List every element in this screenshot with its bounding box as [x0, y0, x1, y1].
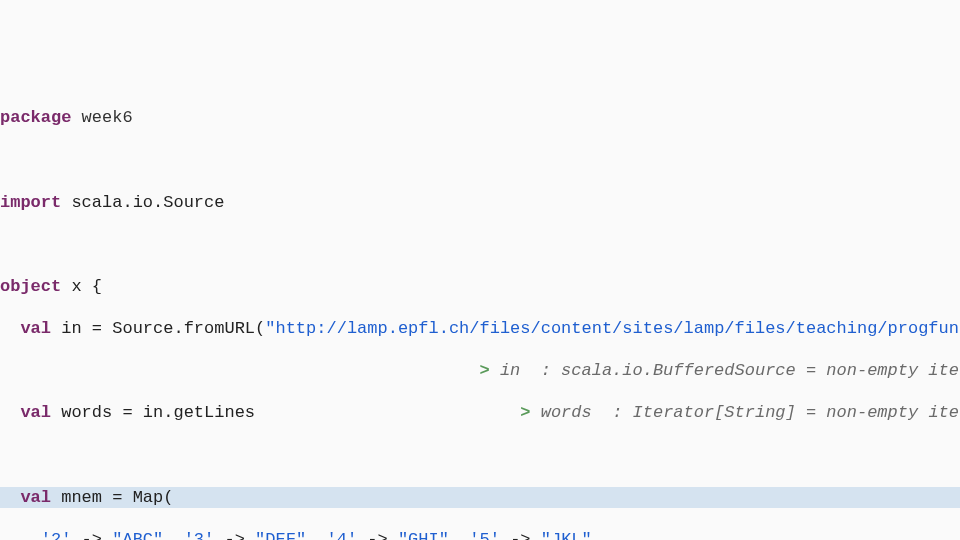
val-assign: words = in.getLines [51, 403, 255, 422]
string-literal: "GHI" [398, 530, 449, 540]
repl-arrow-icon: > [520, 403, 530, 422]
indent [0, 488, 20, 507]
indent [0, 403, 20, 422]
indent [0, 319, 20, 338]
code-line[interactable]: val words = in.getLines > words : Iterat… [0, 402, 960, 423]
string-literal: "JKL" [541, 530, 592, 540]
code-line[interactable]: object x { [0, 276, 960, 297]
import-path: scala.io.Source [61, 193, 224, 212]
keyword-val: val [20, 319, 51, 338]
code-line[interactable]: package week6 [0, 107, 960, 128]
val-assign: in = Source.fromURL( [51, 319, 265, 338]
indent [0, 530, 41, 540]
package-name: week6 [71, 108, 132, 127]
object-decl: x { [61, 277, 102, 296]
code-line[interactable]: import scala.io.Source [0, 192, 960, 213]
code-line[interactable]: val in = Source.fromURL("http://lamp.epf… [0, 318, 960, 339]
string-literal: "DEF" [255, 530, 306, 540]
code-line[interactable]: '2' -> "ABC", '3' -> "DEF", '4' -> "GHI"… [0, 529, 960, 540]
char-literal: '2' [41, 530, 72, 540]
blank-line[interactable] [0, 150, 960, 171]
string-literal: "http://lamp.epfl.ch/files/content/sites… [265, 319, 960, 338]
blank-line[interactable] [0, 234, 960, 255]
repl-result: words : Iterator[String] = non-empty ite… [531, 403, 960, 422]
repl-output-line[interactable]: > in : scala.io.BufferedSource = non-emp… [0, 360, 960, 381]
repl-arrow-icon: > [479, 361, 489, 380]
repl-result: in : scala.io.BufferedSource = non-empty… [490, 361, 960, 380]
indent [0, 361, 479, 380]
keyword-package: package [0, 108, 71, 127]
char-literal: '3' [184, 530, 215, 540]
keyword-val: val [20, 488, 51, 507]
keyword-import: import [0, 193, 61, 212]
code-editor[interactable]: package week6 import scala.io.Source obj… [0, 84, 960, 540]
val-assign: mnem = Map( [51, 488, 173, 507]
keyword-val: val [20, 403, 51, 422]
string-literal: "ABC" [112, 530, 163, 540]
char-literal: '5' [469, 530, 500, 540]
blank-line[interactable] [0, 445, 960, 466]
char-literal: '4' [327, 530, 358, 540]
current-line[interactable]: val mnem = Map( [0, 487, 960, 508]
keyword-object: object [0, 277, 61, 296]
spacer [255, 403, 520, 422]
